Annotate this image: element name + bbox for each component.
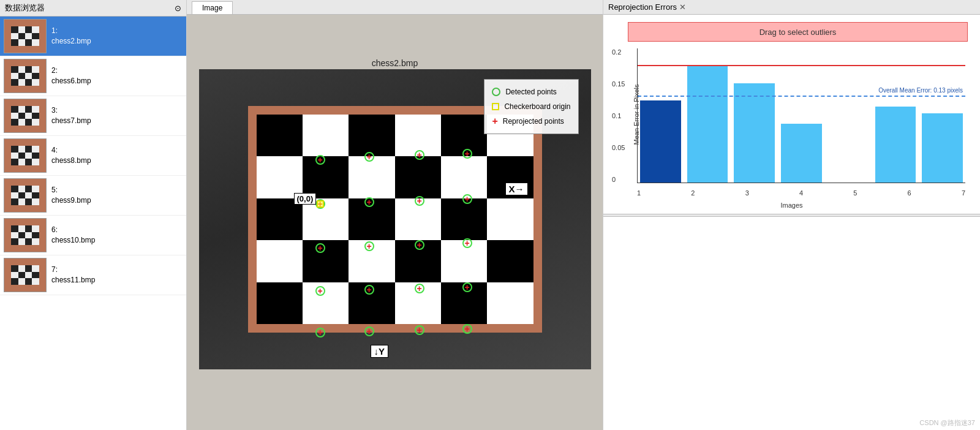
pattern-panel: CSDN @路指迷37: [603, 214, 980, 430]
chess-board: [248, 106, 542, 333]
x-axis-label: Images: [780, 202, 802, 209]
file-item-chess6.bmp[interactable]: 2:chess6.bmp: [0, 56, 186, 96]
x-arrow-label: X→: [505, 183, 528, 195]
detected-icon: [492, 88, 500, 96]
mean-error-label: Overall Mean Error: 0.13 pixels: [878, 87, 963, 94]
file-item-chess9.bmp[interactable]: 5:chess9.bmp: [0, 176, 186, 216]
tab-image[interactable]: Image: [192, 1, 233, 14]
legend-box: Detected points Checkerboard origin + Re…: [484, 79, 578, 134]
legend-detected-label: Detected points: [505, 85, 556, 99]
center-tabs: Image: [187, 0, 603, 15]
bar-3: [734, 83, 775, 183]
bar-4: [781, 124, 822, 183]
det-point: [415, 325, 424, 335]
red-threshold-line: [638, 65, 965, 66]
center-content: chess2.bmp: [187, 15, 603, 430]
det-point: [364, 326, 374, 336]
det-point: [462, 324, 472, 334]
det-point: [364, 152, 374, 162]
det-point: [462, 194, 472, 204]
bar-1: [640, 100, 681, 183]
legend-checkerboard-label: Checkerboard origin: [504, 99, 570, 114]
reprojection-header: Reprojection Errors ✕: [603, 0, 980, 15]
legend-detected: Detected points: [492, 85, 570, 99]
det-point: [462, 238, 472, 248]
legend-checkerboard: Checkerboard origin: [492, 99, 570, 114]
det-point: [364, 241, 374, 251]
det-point: [364, 285, 374, 295]
det-point: [415, 196, 424, 206]
mean-error-line: Overall Mean Error: 0.13 pixels: [638, 96, 965, 97]
bar-6: [875, 107, 916, 183]
bar-2: [687, 65, 728, 183]
bar-7: [922, 113, 963, 183]
left-panel: 数据浏览器 ⊙ 1:chess2.bmp2:chess6.bmp3:chess7…: [0, 0, 187, 430]
det-point: [315, 243, 325, 253]
origin-marker: [317, 200, 324, 208]
det-point: [415, 284, 424, 293]
det-point: [415, 240, 424, 250]
checkerboard-icon: [492, 103, 499, 110]
pattern-content: CSDN @路指迷37: [603, 217, 980, 430]
reprojection-panel: Reprojection Errors ✕ Drag to select out…: [603, 0, 980, 214]
scatter-plot: [603, 217, 980, 430]
chess-image-wrapper: chess2.bmp: [199, 69, 591, 375]
det-point: [462, 282, 472, 292]
chess-grid: [257, 115, 533, 324]
det-point: [315, 286, 325, 296]
watermark: CSDN @路指迷37: [919, 418, 975, 428]
file-item-chess10.bmp[interactable]: 6:chess10.bmp: [0, 216, 186, 255]
bars-wrapper: Overall Mean Error: 0.13 pixels: [637, 48, 965, 183]
det-point: [415, 150, 424, 160]
file-item-chess11.bmp[interactable]: 7:chess11.bmp: [0, 255, 186, 295]
right-panel: Reprojection Errors ✕ Drag to select out…: [603, 0, 980, 430]
left-header: 数据浏览器 ⊙: [0, 0, 186, 17]
left-header-title: 数据浏览器: [5, 2, 45, 13]
file-item-chess7.bmp[interactable]: 3:chess7.bmp: [0, 96, 186, 136]
chess-canvas-container: (0,0) X→ ↓Y Detected points Checkerboard…: [199, 69, 591, 369]
legend-reprojected-label: Reprojected points: [503, 114, 564, 129]
file-item-chess2.bmp[interactable]: 1:chess2.bmp: [0, 17, 186, 56]
det-point: [364, 197, 374, 207]
image-title: chess2.bmp: [199, 56, 591, 70]
center-panel: Image chess2.bmp: [187, 0, 603, 430]
y-arrow-label: ↓Y: [371, 345, 389, 358]
chart-area: Overall Mean Error: 0.13 pixels: [637, 48, 965, 183]
y-tick-labels: 0.20.150.10.050: [612, 48, 625, 183]
drag-banner[interactable]: Drag to select outliers: [628, 22, 968, 42]
left-header-icon: ⊙: [175, 4, 181, 13]
det-point: [462, 149, 472, 159]
origin-label: (0,0): [294, 193, 317, 205]
x-tick-labels: 1234567: [637, 189, 965, 197]
file-item-chess8.bmp[interactable]: 4:chess8.bmp: [0, 136, 186, 176]
reprojection-chart: Drag to select outliers Mean Error in Pi…: [603, 15, 980, 214]
reprojected-icon: +: [492, 116, 497, 126]
file-list: 1:chess2.bmp2:chess6.bmp3:chess7.bmp4:ch…: [0, 17, 186, 430]
legend-reprojected: + Reprojected points: [492, 114, 570, 129]
det-point: [315, 155, 325, 165]
reprojection-close[interactable]: ✕: [679, 2, 686, 12]
det-point: [315, 328, 325, 338]
reprojection-title: Reprojection Errors: [608, 2, 677, 12]
